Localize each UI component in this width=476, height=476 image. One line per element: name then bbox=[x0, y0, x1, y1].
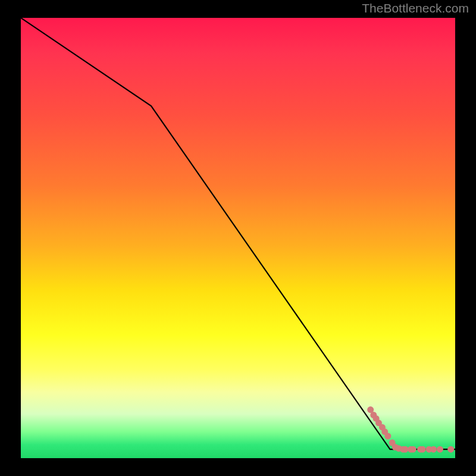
curve-path bbox=[21, 18, 455, 449]
scatter-point bbox=[437, 446, 443, 453]
scatter-point bbox=[430, 446, 437, 453]
chart-overlay bbox=[21, 18, 455, 458]
scatter-point bbox=[447, 446, 454, 453]
scatter-point bbox=[384, 433, 391, 440]
scatter-point bbox=[419, 446, 426, 453]
line-series bbox=[21, 18, 455, 449]
watermark-text: TheBottleneck.com bbox=[362, 1, 469, 15]
scatter-series bbox=[367, 406, 454, 453]
scatter-point bbox=[402, 446, 409, 453]
plot-area bbox=[21, 18, 455, 458]
scatter-point bbox=[410, 446, 416, 453]
